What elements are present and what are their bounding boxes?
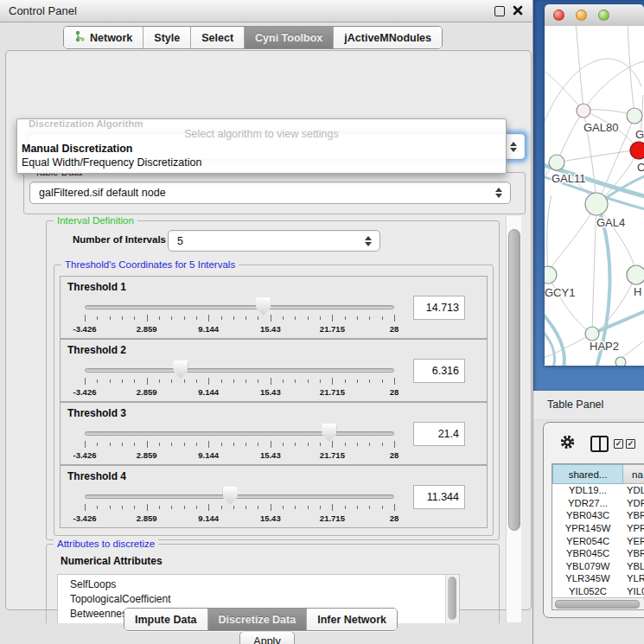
slider-track[interactable] <box>85 431 394 436</box>
bottom-tab-bar: Impute Data Discretize Data Infer Networ… <box>124 608 398 631</box>
table-panel-titlebar: Table Panel <box>533 391 644 420</box>
cyni-toolbox-panel: Discretization Algorithm Select algorith… <box>5 50 532 610</box>
dropdown-prompt-item[interactable]: Select algorithm to view settings <box>17 128 506 140</box>
slider-track[interactable] <box>85 368 394 373</box>
tick-label: 21.715 <box>320 513 345 523</box>
combo-arrows-icon <box>365 236 372 246</box>
node-gal4[interactable] <box>585 193 608 215</box>
table-row[interactable]: YDR27...YDR27 <box>552 497 644 510</box>
node-partial[interactable] <box>615 357 626 366</box>
table-hscrollbar-thumb[interactable] <box>555 600 640 609</box>
node-label-ga: GA <box>635 128 644 141</box>
list-scrollbar-thumb[interactable] <box>448 577 456 620</box>
tick-label: -3.426 <box>73 450 97 460</box>
node-ga[interactable] <box>627 108 642 124</box>
column-header-shared-name[interactable]: shared... <box>552 464 623 484</box>
threshold-value-field[interactable]: 14.713 <box>413 296 465 320</box>
list-item[interactable]: SelfLoops <box>58 577 445 592</box>
slider-tick-labels: -3.4262.8599.14415.4321.71528 <box>85 450 394 460</box>
gear-icon[interactable] <box>559 434 576 454</box>
table-row[interactable]: YER054CYER05 <box>552 534 644 547</box>
settings-scrollbar-thumb[interactable] <box>508 229 520 531</box>
tab-discretize-data[interactable]: Discretize Data <box>208 609 308 630</box>
node-gal80[interactable] <box>577 104 590 118</box>
tab-impute-data[interactable]: Impute Data <box>124 609 208 630</box>
close-icon[interactable] <box>511 3 525 17</box>
control-panel-window: Control Panel Networ <box>0 0 533 644</box>
threshold-value-field[interactable]: 21.4 <box>413 422 465 446</box>
slider-thumb[interactable] <box>223 487 238 505</box>
slider-thumb[interactable] <box>322 424 336 442</box>
tab-style[interactable]: Style <box>143 27 191 48</box>
slider-track[interactable] <box>85 494 394 499</box>
table-header-row: shared... na <box>552 464 644 484</box>
threshold-4-panel: Threshold 4 -3.4262.8599.14415.4321.7152… <box>60 465 488 528</box>
tick-label: 2.859 <box>137 324 157 334</box>
interval-definition-title: Interval Definition <box>54 215 137 226</box>
network-canvas[interactable]: GAL80 GA C GAL11 GAL4 GCY1 H HAP2 <box>545 26 644 366</box>
apply-button[interactable]: Apply <box>239 631 295 644</box>
tick-label: 15.43 <box>260 324 281 334</box>
node-h[interactable] <box>627 265 644 284</box>
slider-thumb[interactable] <box>173 360 188 379</box>
threshold-slider[interactable]: -3.4262.8599.14415.4321.71528 <box>85 466 394 527</box>
node-gcy1[interactable] <box>545 266 557 284</box>
table-row[interactable]: YIL052CYIL05 <box>552 585 644 598</box>
split-view-icon[interactable] <box>590 436 609 452</box>
slider-thumb[interactable] <box>256 297 271 316</box>
threshold-1-panel: Threshold 1 -3.4262.8599.14415.4321.7152… <box>60 276 488 339</box>
table-row[interactable]: YPR145WYPR14 <box>552 522 644 535</box>
checkbox-icon[interactable]: ✓ <box>626 439 635 449</box>
float-window-icon[interactable] <box>494 6 505 16</box>
tab-jactivemnodules[interactable]: jActiveMNodules <box>334 27 442 48</box>
tab-label: Network <box>90 32 132 44</box>
settings-scrollbar[interactable] <box>506 216 521 622</box>
tab-cyni-toolbox[interactable]: Cyni Toolbox <box>245 27 334 48</box>
tick-label: -3.426 <box>73 387 97 397</box>
table-panel: ✓ ✓ shared... na YDL19...YDL19YDR27...YD… <box>543 422 644 618</box>
column-header-name[interactable]: na <box>623 464 644 484</box>
slider-ticks <box>85 441 394 449</box>
list-scrollbar[interactable] <box>445 575 459 623</box>
node-label-gcy1: GCY1 <box>545 286 575 299</box>
window-title: Control Panel <box>9 4 77 17</box>
table-row[interactable]: YBR045CYBR04 <box>552 547 644 560</box>
tick-label: 15.43 <box>260 513 281 523</box>
checkbox-icon[interactable]: ✓ <box>614 439 623 449</box>
node-selected-red[interactable] <box>630 142 644 159</box>
node-gal11[interactable] <box>549 155 564 170</box>
threshold-value-field[interactable]: 11.344 <box>413 485 465 509</box>
list-item[interactable]: TopologicalCoefficient <box>58 592 445 607</box>
settings-scroll-viewport: Interval Definition Number of Intervals … <box>25 215 506 623</box>
table-horizontal-scrollbar[interactable] <box>552 597 644 609</box>
threshold-value-field[interactable]: 6.316 <box>413 359 465 383</box>
zoom-traffic-light-icon[interactable] <box>598 10 609 21</box>
tick-label: 2.859 <box>137 387 157 397</box>
table-data-combobox[interactable]: galFiltered.sif default node <box>29 182 511 204</box>
table-toolbar: ✓ ✓ <box>544 423 644 462</box>
tab-infer-network[interactable]: Infer Network <box>307 609 397 630</box>
interval-definition-group: Interval Definition Number of Intervals … <box>46 220 500 540</box>
threshold-slider[interactable]: -3.4262.8599.14415.4321.71528 <box>85 340 394 401</box>
dropdown-option-manual[interactable]: Manual Discretization <box>22 143 133 155</box>
tick-label: 15.43 <box>260 450 281 460</box>
node-label-gal11: GAL11 <box>552 172 586 185</box>
threshold-slider[interactable]: -3.4262.8599.14415.4321.71528 <box>85 403 394 464</box>
tab-network[interactable]: Network <box>64 27 143 48</box>
slider-track[interactable] <box>85 305 394 309</box>
close-traffic-light-icon[interactable] <box>553 10 564 21</box>
table-row[interactable]: YLR345WYLR34 <box>552 572 644 585</box>
node-attribute-table: shared... na YDL19...YDL19YDR27...YDR27Y… <box>552 463 644 610</box>
table-row[interactable]: YBL079WYBL07 <box>552 560 644 573</box>
minimize-traffic-light-icon[interactable] <box>576 10 587 21</box>
table-data-selected: galFiltered.sif default node <box>39 187 166 199</box>
threshold-slider[interactable]: -3.4262.8599.14415.4321.71528 <box>85 277 394 338</box>
tab-select[interactable]: Select <box>191 27 245 48</box>
node-label-gal4: GAL4 <box>596 216 625 229</box>
number-of-intervals-combobox[interactable]: 5 <box>168 230 380 252</box>
dropdown-option-equal-width[interactable]: Equal Width/Frequency Discretization <box>22 156 201 169</box>
table-panel-title: Table Panel <box>547 399 603 411</box>
table-row[interactable]: YDL19...YDL19 <box>552 484 644 497</box>
table-row[interactable]: YBR043CYBR04 <box>552 509 644 522</box>
node-hap2[interactable] <box>585 327 599 341</box>
